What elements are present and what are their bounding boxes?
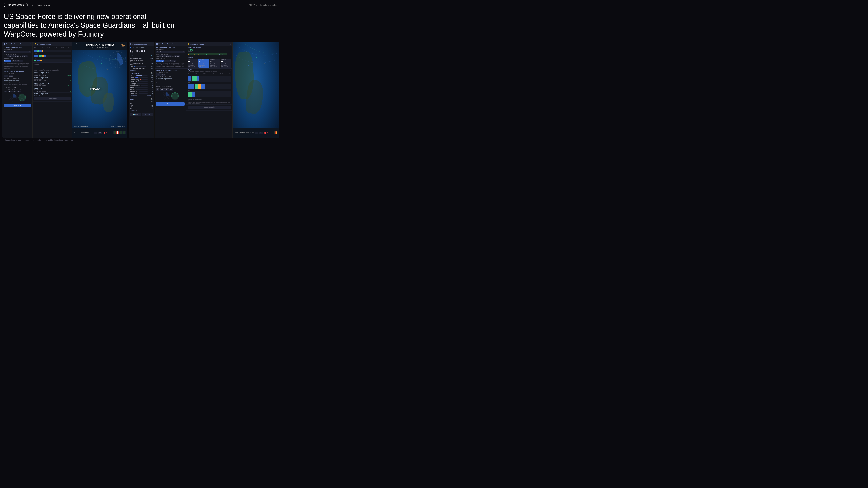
from-label: From <box>3 56 6 57</box>
create-request-footer: Create Request ⓘ <box>187 106 231 109</box>
revisit-unit[interactable]: Hours <box>9 75 13 77</box>
expand-flyovers-icon[interactable]: ⤢ <box>70 63 71 65</box>
flyover-name: CAPELLA-1 <box>34 88 71 89</box>
right-strip-green <box>277 131 277 134</box>
el-min-value[interactable]: 30 <box>3 91 7 92</box>
right-el-min-value[interactable]: 30 <box>156 89 159 91</box>
monitoring-tab[interactable]: Monitoring <box>3 60 11 62</box>
right-az-end-value[interactable]: 360 <box>169 89 173 91</box>
cal-day-stats: Passes: 18Avg Cap: 55mMax Cap: 272m <box>210 63 220 67</box>
right-expand-icon[interactable]: ⤢ <box>230 43 231 45</box>
revisit-rate-label: Minimum Revisit Rate <box>3 73 31 74</box>
clear-area-button[interactable]: ✕ <box>29 51 30 53</box>
right-el-max-value[interactable]: 90 <box>160 89 164 91</box>
calendar-day[interactable]: FRI, MAR 18 Passes: 18Avg Cap: 55mMax Ca… <box>210 59 220 68</box>
metric-0-3m: 0.3m <box>136 50 140 53</box>
constellation-name: Capella Space <box>130 93 138 94</box>
metric-5m: 5m Avg Cap: <box>130 50 134 53</box>
polar-chart <box>109 51 126 68</box>
area-of-interest-field[interactable]: Plesetsk ✕ <box>3 51 31 53</box>
svg-point-11 <box>107 69 108 70</box>
right-go-live-button[interactable]: ⬤ Go Live <box>264 132 273 134</box>
stats-btn[interactable]: 📊 Stats <box>130 113 141 116</box>
search-icon[interactable]: 🔍 <box>151 55 153 57</box>
show-more-country[interactable]: Show more... <box>130 109 153 111</box>
calendar-day[interactable]: THU, MAR 17 Passes: 17Avg Cap: 55mMax Ca… <box>198 59 209 68</box>
pause-button[interactable]: ⏸ <box>94 132 97 134</box>
right-exploration-tabs: Monitoring Mission Planning <box>156 60 185 62</box>
right-az-start-value[interactable]: 0 <box>164 89 168 91</box>
globe-footer: MAR 17 2022 09:21:55Z ⏸ 60x ⬤ Go Live <box>72 128 127 138</box>
show-less-const[interactable]: Show less... <box>145 95 153 97</box>
calendar-day[interactable]: SAT, MAR 19 Passes: 17Avg Cap: 55mMax Ca… <box>220 59 231 68</box>
close-icon[interactable]: ✕ <box>30 43 31 45</box>
speed-button[interactable]: 60x <box>98 132 102 134</box>
expand-icon[interactable]: ⤢ <box>69 43 71 45</box>
right-monitoring-tab[interactable]: Monitoring <box>156 60 164 62</box>
az-end-value[interactable]: 360 <box>17 91 21 92</box>
sky-seg <box>198 84 200 89</box>
revisit-value[interactable]: 2 <box>3 75 8 77</box>
show-more-orbits[interactable]: Show more... <box>130 69 153 71</box>
required-params-section: Required Parameters Area of Interest * P… <box>2 46 32 70</box>
right-revisit-unit[interactable]: Hours <box>161 74 165 75</box>
filter-btn[interactable]: ⊞ Filter <box>142 113 153 116</box>
sky-view-expand-icon[interactable]: ⤢ <box>230 69 231 71</box>
right-mission-tab[interactable]: Mission Planning <box>164 60 176 62</box>
country-name: JPN <box>130 108 132 109</box>
chevron-left-icon[interactable]: ‹ <box>152 43 153 45</box>
flyover-item[interactable]: CAPELLA-4 (WHITNEY) Capella-Space MAR 17… <box>33 77 72 82</box>
right-time-from[interactable]: 16 Mar 2022 00:002 <box>159 56 172 57</box>
orbit-count: 4,383 <box>148 57 153 59</box>
for-value[interactable]: 6 Hours <box>22 56 28 57</box>
upload-icon[interactable]: ↑ <box>68 43 68 45</box>
right-time-for[interactable]: 6 Hours <box>174 56 180 57</box>
blinks-text: 24 blinks (4.7h avg, 6.8h max) <box>190 54 204 55</box>
right-upload-icon[interactable]: ↑ <box>228 43 229 45</box>
cal-day-num: 17 <box>199 61 209 63</box>
from-value[interactable]: 16 Mar 2022 00:002 <box>7 56 19 57</box>
calendar-day[interactable]: WED, MAR 16 Passes: 14Avg Cap: 53mMax Ca… <box>187 59 198 68</box>
constellation-row: Capella Space 8 <box>130 92 153 94</box>
search-country-icon[interactable]: 🔍 <box>151 98 153 100</box>
right-pause-button[interactable]: ⏸ <box>255 132 258 134</box>
capella-icon: 🐎 <box>121 43 125 47</box>
search-const-icon[interactable]: 🔍 <box>151 72 153 74</box>
coverage-label: Coverage <box>187 51 193 52</box>
orbit-section: Orbit 🔍 LEO (Low earth orbit) 4,383 SSO … <box>129 54 154 72</box>
orbit-name: Other <box>130 66 133 67</box>
passes-dot <box>219 54 220 55</box>
sensor-panel: ⊙ Sensor Capabilities ‹ ◈ 7953 Total Sat… <box>129 42 154 138</box>
go-live-button[interactable]: ⬤ Go Live <box>103 132 112 134</box>
right-revisit-value[interactable]: 2 <box>156 73 160 75</box>
constellation-row: Russian Military 1,158 <box>130 79 153 80</box>
right-expand-flyovers-icon[interactable]: ⤢ <box>230 99 231 100</box>
sky-segs <box>187 76 231 82</box>
show-more-const[interactable]: Show more... <box>130 95 139 97</box>
right-simulate-button[interactable]: Simulate ▶ <box>156 102 185 106</box>
copyright: ©2022 Palantir Technologies Inc. <box>249 4 277 6</box>
simulate-button[interactable]: Simulate ▶ <box>3 104 31 107</box>
flyover-item[interactable]: CAPELLA-5 (WHITNEY) Capella-Space MAR 17… <box>33 71 72 77</box>
az-start-value[interactable]: 0 <box>12 91 16 92</box>
right-area-field[interactable]: Plesetsk ✕ <box>156 51 185 53</box>
flyovers-list[interactable]: CAPELLA-5 (WHITNEY) Capella-Space MAR 17… <box>33 71 72 95</box>
strip-indicator <box>117 131 118 134</box>
flyover-item[interactable]: CAPELLA-7 (WHITNEY) Capella-Space MAR 17… <box>33 93 72 95</box>
monitoring-overview-title: Monitoring Overview <box>187 47 231 48</box>
more-flyovers-link[interactable]: 86 More Flyovers <box>33 95 72 97</box>
el-max-value[interactable]: 90 <box>8 91 11 92</box>
right-el-min-field: El. Min. 30 <box>156 88 159 91</box>
flyover-item[interactable]: CAPELLA-3 (WHITNEY) Capella-Space MAR 17… <box>33 82 72 87</box>
create-request-button[interactable]: Create Request <box>34 97 71 100</box>
right-speed-button[interactable]: 60x <box>259 132 263 134</box>
flyover-item[interactable]: CAPELLA-1 Capella-Space MAR 17 2022 18:0… <box>33 87 72 93</box>
timeline-track-1 <box>34 50 71 52</box>
mission-planning-tab[interactable]: Mission Planning <box>12 60 23 62</box>
create-request-right-button[interactable]: Create Request ⓘ <box>187 106 231 109</box>
right-polar-charts <box>156 92 185 100</box>
chevron-left-right-icon[interactable]: ‹ <box>184 43 185 45</box>
flyovers-header: Flyovers ⤢ <box>33 63 72 66</box>
business-update-badge[interactable]: Business Update <box>4 3 28 7</box>
right-clear-area[interactable]: ✕ <box>182 51 184 53</box>
